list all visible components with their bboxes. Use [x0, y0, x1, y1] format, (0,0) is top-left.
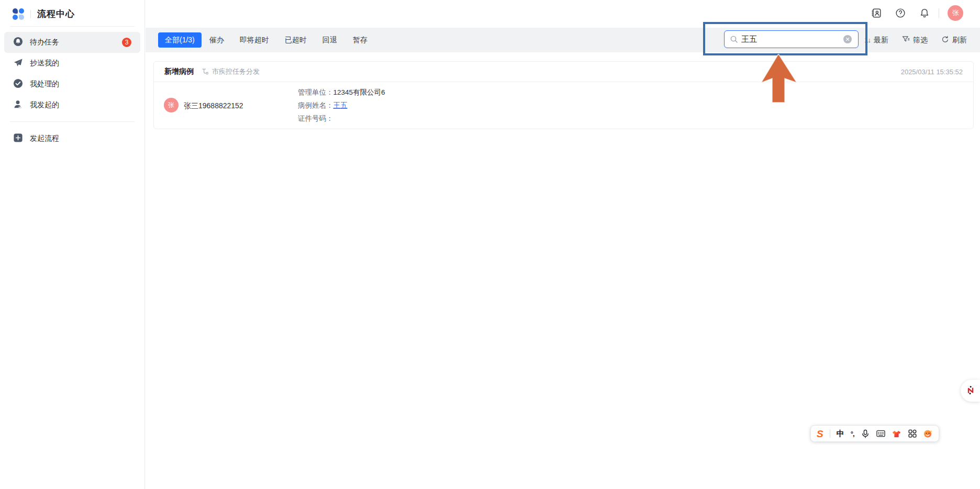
flow-branch-icon [202, 68, 209, 75]
case-name-link[interactable]: 王五 [333, 101, 348, 109]
search-box: ✕ [724, 30, 859, 48]
task-card-body: 张 张三19688822152 管理单位：12345有限公司6 病例姓名：王五 … [154, 82, 973, 129]
graph-network-icon [966, 385, 975, 396]
page-title: 流程中心 [37, 8, 75, 20]
field-managing-unit: 管理单位：12345有限公司6 [298, 86, 385, 99]
sidebar: 流程中心 待办任务 3 抄送我的 我处理的 [0, 0, 145, 489]
topbar-actions: 张 [871, 5, 963, 21]
search-input[interactable] [724, 30, 859, 48]
task-title: 新增病例 [164, 67, 194, 76]
sidebar-item-label: 我处理的 [30, 79, 59, 89]
sidebar-nav: 待办任务 3 抄送我的 我处理的 我发起的 [0, 32, 144, 116]
sort-latest-label: 最新 [874, 36, 888, 45]
topbar-divider [939, 8, 939, 18]
filter-label: 筛选 [913, 36, 928, 45]
filter-button[interactable]: 筛选 [902, 36, 928, 45]
bell-circle-icon [13, 37, 23, 48]
start-flow-button[interactable]: 发起流程 [4, 128, 140, 149]
app-logo-icon [13, 8, 24, 20]
tab-draft[interactable]: 暂存 [345, 32, 375, 48]
sort-icon: 1↓ [864, 36, 871, 44]
refresh-label: 刷新 [952, 36, 967, 45]
assignee-avatar: 张 [164, 98, 179, 112]
check-circle-icon [13, 78, 23, 90]
sort-latest-button[interactable]: 1↓ 最新 [864, 36, 888, 45]
task-timestamp: 2025/03/11 15:35:52 [901, 68, 963, 76]
start-flow-label: 发起流程 [30, 134, 59, 143]
sidebar-divider-top [10, 26, 135, 27]
task-tabs: 全部(1/3) 催办 即将超时 已超时 回退 暂存 [158, 32, 375, 48]
tab-about-to-timeout[interactable]: 即将超时 [232, 32, 277, 48]
logo-divider [30, 10, 31, 18]
sidebar-item-cc-to-me[interactable]: 抄送我的 [4, 53, 140, 74]
user-avatar[interactable]: 张 [948, 5, 963, 21]
skin-shirt-icon[interactable] [892, 430, 901, 438]
send-icon [13, 58, 23, 69]
ime-punctuation-icon[interactable]: °, [851, 430, 854, 438]
clear-search-icon[interactable]: ✕ [843, 35, 852, 43]
refresh-button[interactable]: 刷新 [941, 36, 967, 45]
ime-toolbar: S 中 °, [810, 425, 939, 442]
sidebar-item-label: 抄送我的 [30, 59, 59, 68]
flow-name: 市疾控任务分发 [212, 67, 260, 76]
plus-square-icon [13, 133, 23, 144]
user-icon [13, 99, 23, 111]
assignee-name: 张三19688822152 [184, 101, 243, 111]
todo-count-badge: 3 [122, 38, 131, 47]
process-center-app: 流程中心 待办任务 3 抄送我的 我处理的 [0, 0, 980, 489]
notification-bell-icon[interactable] [919, 7, 930, 19]
tab-returned[interactable]: 回退 [315, 32, 345, 48]
sidebar-item-started-by-me[interactable]: 我发起的 [4, 95, 140, 116]
address-book-icon[interactable] [871, 7, 882, 19]
tab-timed-out[interactable]: 已超时 [277, 32, 315, 48]
search-icon [730, 35, 738, 45]
field-id-number: 证件号码： [298, 112, 385, 125]
task-fields: 管理单位：12345有限公司6 病例姓名：王五 证件号码： [298, 86, 385, 125]
toolbox-grid-icon[interactable] [908, 429, 917, 438]
ime-divider [830, 429, 830, 438]
tab-all[interactable]: 全部(1/3) [158, 32, 202, 48]
microphone-icon[interactable] [861, 429, 870, 438]
help-icon[interactable] [895, 7, 906, 19]
ime-logo[interactable]: S [817, 429, 823, 439]
sidebar-item-handled-by-me[interactable]: 我处理的 [4, 74, 140, 95]
emoji-assistant-icon[interactable] [923, 429, 933, 438]
task-card-header: 新增病例 市疾控任务分发 2025/03/11 15:35:52 [154, 62, 973, 82]
sidebar-item-label: 待办任务 [30, 38, 59, 47]
edge-widget-button[interactable] [961, 380, 980, 402]
app-logo-row: 流程中心 [0, 0, 144, 26]
sidebar-divider-bottom [10, 121, 135, 122]
task-card[interactable]: 新增病例 市疾控任务分发 2025/03/11 15:35:52 张 张三196… [153, 61, 974, 129]
sidebar-item-todo-tasks[interactable]: 待办任务 3 [4, 32, 140, 53]
tab-urge[interactable]: 催办 [202, 32, 232, 48]
list-actions: 1↓ 最新 筛选 刷新 [864, 28, 967, 52]
filter-funnel-icon [902, 36, 910, 45]
soft-keyboard-icon[interactable] [876, 430, 886, 437]
field-case-name: 病例姓名：王五 [298, 99, 385, 112]
refresh-icon [941, 36, 949, 45]
ime-language-mode[interactable]: 中 [837, 429, 844, 439]
sidebar-item-label: 我发起的 [30, 100, 59, 110]
